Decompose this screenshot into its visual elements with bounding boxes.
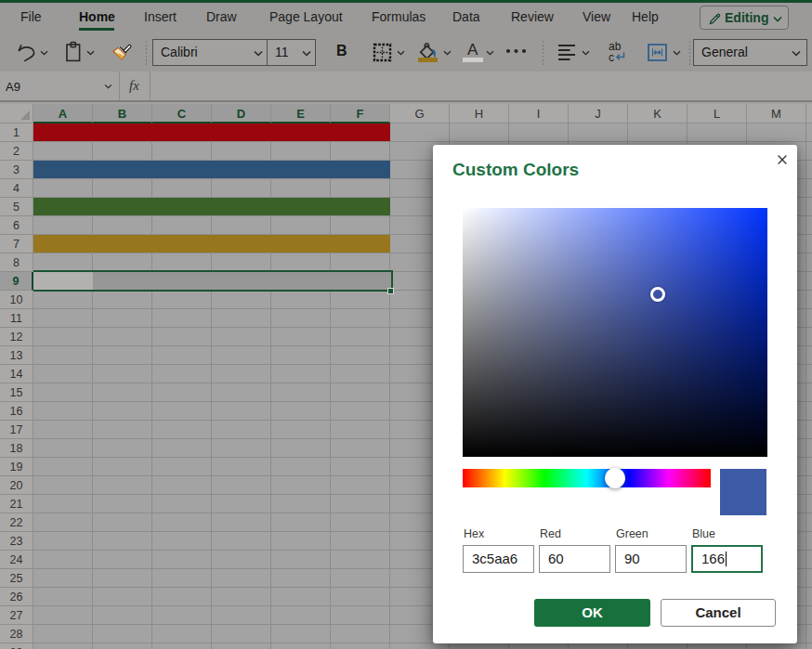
svg-text:c: c xyxy=(609,51,614,64)
